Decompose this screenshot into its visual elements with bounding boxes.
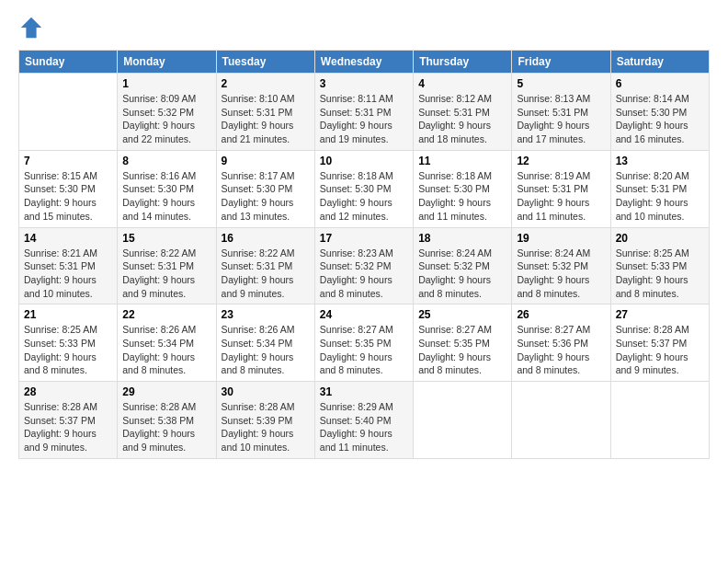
day-info: Sunrise: 8:27 AMSunset: 5:35 PMDaylight:… bbox=[418, 323, 506, 377]
day-number: 29 bbox=[122, 385, 210, 398]
day-info: Sunrise: 8:27 AMSunset: 5:36 PMDaylight:… bbox=[517, 323, 605, 377]
header-cell-thursday: Thursday bbox=[414, 51, 512, 74]
day-number: 19 bbox=[517, 232, 605, 245]
day-info: Sunrise: 8:24 AMSunset: 5:32 PMDaylight:… bbox=[517, 247, 605, 301]
day-info: Sunrise: 8:13 AMSunset: 5:31 PMDaylight:… bbox=[517, 92, 605, 146]
calendar-cell: 10Sunrise: 8:18 AMSunset: 5:30 PMDayligh… bbox=[314, 150, 413, 227]
calendar-cell bbox=[512, 382, 610, 459]
day-number: 16 bbox=[222, 232, 310, 245]
day-info: Sunrise: 8:26 AMSunset: 5:34 PMDaylight:… bbox=[122, 323, 210, 377]
week-row-4: 28Sunrise: 8:28 AMSunset: 5:37 PMDayligh… bbox=[19, 382, 710, 459]
calendar-cell: 26Sunrise: 8:27 AMSunset: 5:36 PMDayligh… bbox=[512, 304, 610, 382]
day-info: Sunrise: 8:18 AMSunset: 5:30 PMDaylight:… bbox=[418, 169, 506, 224]
day-info: Sunrise: 8:18 AMSunset: 5:30 PMDaylight:… bbox=[320, 169, 408, 224]
calendar-cell: 2Sunrise: 8:10 AMSunset: 5:31 PMDaylight… bbox=[216, 74, 314, 151]
day-number: 23 bbox=[222, 308, 310, 321]
calendar-cell: 17Sunrise: 8:23 AMSunset: 5:32 PMDayligh… bbox=[314, 227, 413, 304]
day-number: 5 bbox=[517, 77, 605, 90]
day-info: Sunrise: 8:28 AMSunset: 5:39 PMDaylight:… bbox=[222, 400, 310, 454]
header bbox=[18, 15, 710, 40]
day-info: Sunrise: 8:10 AMSunset: 5:31 PMDaylight:… bbox=[222, 92, 310, 146]
calendar-cell: 9Sunrise: 8:17 AMSunset: 5:30 PMDaylight… bbox=[216, 150, 314, 227]
calendar-cell bbox=[19, 74, 118, 151]
calendar-cell: 15Sunrise: 8:22 AMSunset: 5:31 PMDayligh… bbox=[118, 227, 216, 304]
calendar-cell bbox=[414, 382, 512, 459]
day-number: 27 bbox=[616, 308, 704, 321]
day-number: 20 bbox=[616, 232, 704, 245]
day-info: Sunrise: 8:28 AMSunset: 5:37 PMDaylight:… bbox=[24, 400, 112, 454]
calendar-cell bbox=[610, 382, 709, 459]
calendar-cell: 11Sunrise: 8:18 AMSunset: 5:30 PMDayligh… bbox=[414, 150, 512, 227]
day-info: Sunrise: 8:19 AMSunset: 5:31 PMDaylight:… bbox=[517, 169, 605, 224]
header-cell-tuesday: Tuesday bbox=[216, 51, 314, 74]
week-row-3: 21Sunrise: 8:25 AMSunset: 5:33 PMDayligh… bbox=[19, 304, 710, 382]
calendar-cell: 14Sunrise: 8:21 AMSunset: 5:31 PMDayligh… bbox=[19, 227, 118, 304]
day-info: Sunrise: 8:17 AMSunset: 5:30 PMDaylight:… bbox=[222, 169, 310, 224]
day-info: Sunrise: 8:29 AMSunset: 5:40 PMDaylight:… bbox=[320, 400, 408, 454]
calendar-cell: 16Sunrise: 8:22 AMSunset: 5:31 PMDayligh… bbox=[216, 227, 314, 304]
day-info: Sunrise: 8:21 AMSunset: 5:31 PMDaylight:… bbox=[24, 247, 112, 301]
day-number: 4 bbox=[418, 77, 506, 90]
calendar-cell: 13Sunrise: 8:20 AMSunset: 5:31 PMDayligh… bbox=[610, 150, 709, 227]
day-info: Sunrise: 8:12 AMSunset: 5:31 PMDaylight:… bbox=[418, 92, 506, 146]
header-row: SundayMondayTuesdayWednesdayThursdayFrid… bbox=[19, 51, 710, 74]
day-number: 8 bbox=[122, 155, 210, 167]
day-number: 30 bbox=[222, 385, 310, 398]
day-number: 18 bbox=[418, 232, 506, 245]
week-row-0: 1Sunrise: 8:09 AMSunset: 5:32 PMDaylight… bbox=[19, 74, 710, 151]
week-row-2: 14Sunrise: 8:21 AMSunset: 5:31 PMDayligh… bbox=[19, 227, 710, 304]
day-info: Sunrise: 8:22 AMSunset: 5:31 PMDaylight:… bbox=[222, 247, 310, 301]
day-number: 25 bbox=[418, 308, 506, 321]
calendar-cell: 8Sunrise: 8:16 AMSunset: 5:30 PMDaylight… bbox=[118, 150, 216, 227]
calendar-cell: 28Sunrise: 8:28 AMSunset: 5:37 PMDayligh… bbox=[19, 382, 118, 459]
calendar-cell: 24Sunrise: 8:27 AMSunset: 5:35 PMDayligh… bbox=[314, 304, 413, 382]
day-number: 9 bbox=[222, 155, 310, 167]
day-info: Sunrise: 8:22 AMSunset: 5:31 PMDaylight:… bbox=[122, 247, 210, 301]
calendar-cell: 30Sunrise: 8:28 AMSunset: 5:39 PMDayligh… bbox=[216, 382, 314, 459]
calendar-cell: 4Sunrise: 8:12 AMSunset: 5:31 PMDaylight… bbox=[414, 74, 512, 151]
day-number: 3 bbox=[320, 77, 408, 90]
calendar-cell: 29Sunrise: 8:28 AMSunset: 5:38 PMDayligh… bbox=[118, 382, 216, 459]
calendar-cell: 19Sunrise: 8:24 AMSunset: 5:32 PMDayligh… bbox=[512, 227, 610, 304]
day-number: 6 bbox=[616, 77, 704, 90]
day-number: 21 bbox=[24, 308, 112, 321]
day-info: Sunrise: 8:28 AMSunset: 5:38 PMDaylight:… bbox=[122, 400, 210, 454]
day-number: 14 bbox=[24, 232, 112, 245]
day-info: Sunrise: 8:27 AMSunset: 5:35 PMDaylight:… bbox=[320, 323, 408, 377]
page: SundayMondayTuesdayWednesdayThursdayFrid… bbox=[0, 0, 728, 563]
calendar-cell: 6Sunrise: 8:14 AMSunset: 5:30 PMDaylight… bbox=[610, 74, 709, 151]
day-info: Sunrise: 8:11 AMSunset: 5:31 PMDaylight:… bbox=[320, 92, 408, 146]
calendar-cell: 23Sunrise: 8:26 AMSunset: 5:34 PMDayligh… bbox=[216, 304, 314, 382]
calendar-cell: 21Sunrise: 8:25 AMSunset: 5:33 PMDayligh… bbox=[19, 304, 118, 382]
day-info: Sunrise: 8:28 AMSunset: 5:37 PMDaylight:… bbox=[616, 323, 704, 377]
svg-marker-0 bbox=[21, 17, 41, 38]
day-info: Sunrise: 8:15 AMSunset: 5:30 PMDaylight:… bbox=[24, 169, 112, 224]
day-info: Sunrise: 8:09 AMSunset: 5:32 PMDaylight:… bbox=[122, 92, 210, 146]
header-cell-sunday: Sunday bbox=[19, 51, 118, 74]
header-cell-friday: Friday bbox=[512, 51, 610, 74]
day-number: 2 bbox=[222, 77, 310, 90]
day-number: 15 bbox=[122, 232, 210, 245]
calendar-cell: 1Sunrise: 8:09 AMSunset: 5:32 PMDaylight… bbox=[118, 74, 216, 151]
day-number: 24 bbox=[320, 308, 408, 321]
day-info: Sunrise: 8:14 AMSunset: 5:30 PMDaylight:… bbox=[616, 92, 704, 146]
day-info: Sunrise: 8:25 AMSunset: 5:33 PMDaylight:… bbox=[24, 323, 112, 377]
day-info: Sunrise: 8:23 AMSunset: 5:32 PMDaylight:… bbox=[320, 247, 408, 301]
calendar-cell: 18Sunrise: 8:24 AMSunset: 5:32 PMDayligh… bbox=[414, 227, 512, 304]
calendar-cell: 20Sunrise: 8:25 AMSunset: 5:33 PMDayligh… bbox=[610, 227, 709, 304]
day-number: 26 bbox=[517, 308, 605, 321]
week-row-1: 7Sunrise: 8:15 AMSunset: 5:30 PMDaylight… bbox=[19, 150, 710, 227]
day-info: Sunrise: 8:25 AMSunset: 5:33 PMDaylight:… bbox=[616, 247, 704, 301]
day-number: 22 bbox=[122, 308, 210, 321]
day-info: Sunrise: 8:26 AMSunset: 5:34 PMDaylight:… bbox=[222, 323, 310, 377]
day-number: 31 bbox=[320, 385, 408, 398]
calendar-table: SundayMondayTuesdayWednesdayThursdayFrid… bbox=[18, 50, 710, 459]
calendar-cell: 27Sunrise: 8:28 AMSunset: 5:37 PMDayligh… bbox=[610, 304, 709, 382]
day-info: Sunrise: 8:24 AMSunset: 5:32 PMDaylight:… bbox=[418, 247, 506, 301]
day-number: 13 bbox=[616, 155, 704, 167]
header-cell-wednesday: Wednesday bbox=[314, 51, 413, 74]
day-number: 12 bbox=[517, 155, 605, 167]
header-cell-saturday: Saturday bbox=[610, 51, 709, 74]
day-number: 10 bbox=[320, 155, 408, 167]
day-info: Sunrise: 8:16 AMSunset: 5:30 PMDaylight:… bbox=[122, 169, 210, 224]
